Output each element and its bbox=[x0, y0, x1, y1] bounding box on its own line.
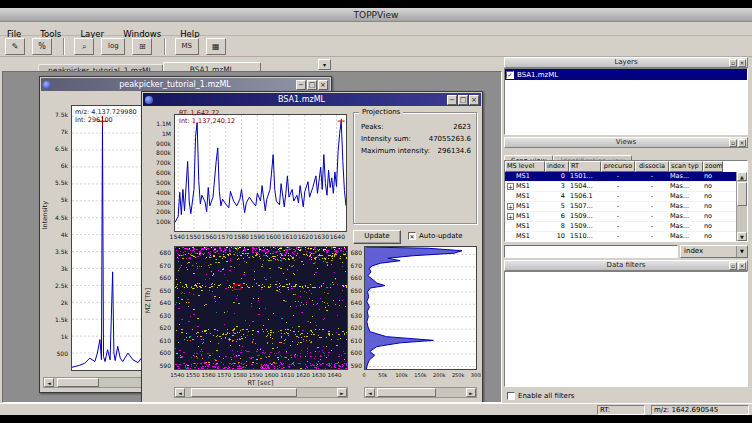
close-icon[interactable]: × bbox=[318, 80, 328, 90]
zoom-tool-icon[interactable]: ⌕ bbox=[74, 38, 94, 55]
mz-projection-plot[interactable] bbox=[364, 246, 477, 370]
bsa1-window-title: BSA1.mzML bbox=[156, 95, 447, 104]
projection-hscrollbar[interactable]: ◄ ► bbox=[364, 387, 477, 398]
views-dock: Views ▫ × Scan viewIdentification view M… bbox=[504, 137, 748, 258]
close-icon[interactable]: × bbox=[738, 262, 746, 270]
tick-label: 630 bbox=[160, 313, 171, 319]
table-cell: +MS1 bbox=[505, 192, 545, 201]
layer-label: BSA1.mzML bbox=[517, 71, 558, 79]
scan-filter-input[interactable] bbox=[504, 245, 678, 258]
scrollbar-thumb[interactable] bbox=[377, 388, 436, 397]
scrollbar-thumb[interactable] bbox=[737, 182, 747, 206]
column-header[interactable]: dissocia bbox=[635, 161, 669, 172]
table-row[interactable]: +MS181509...--Mas...no bbox=[505, 222, 736, 232]
minimize-icon[interactable]: − bbox=[296, 80, 306, 90]
table-row[interactable]: +MS131504...--Mas...no bbox=[505, 182, 736, 192]
mz-annotation: m/z: 671.75083 bbox=[179, 256, 226, 263]
window-title: TOPPView bbox=[354, 10, 399, 20]
tick-label: 5.5k bbox=[55, 180, 68, 186]
scroll-up-icon[interactable]: ▲ bbox=[737, 172, 747, 181]
float-icon[interactable]: ▫ bbox=[729, 262, 737, 270]
tick-label: 3.5k bbox=[55, 249, 68, 255]
expand-icon[interactable]: + bbox=[507, 183, 514, 190]
data-filters-dock: Data filters ▫ × Enable all filters bbox=[504, 260, 748, 403]
peakpicker-titlebar[interactable]: peakpicker_tutorial_1.mzML − □ × bbox=[41, 78, 330, 91]
scroll-right-icon[interactable]: ► bbox=[466, 388, 476, 397]
bsa1-window[interactable]: BSA1.mzML − □ × RT: 1,642.72 Int: 1,137,… bbox=[141, 91, 483, 403]
scroll-left-icon[interactable]: ◄ bbox=[175, 388, 185, 397]
heatmap-plot[interactable]: RT: 1,614.65 m/z: 671.75083 Int: 2,718.9… bbox=[174, 246, 348, 370]
column-header[interactable]: zoom bbox=[703, 161, 723, 172]
heatmap-hscrollbar[interactable]: ◄ ► bbox=[174, 387, 348, 398]
annotate-tool-icon[interactable]: ✎ bbox=[5, 38, 25, 55]
bsa1-titlebar[interactable]: BSA1.mzML − □ × bbox=[143, 93, 481, 106]
tick-label: 900k bbox=[156, 141, 171, 147]
table-row[interactable]: +MS151507...--Mas...no bbox=[505, 202, 736, 212]
scrollbar-thumb[interactable] bbox=[57, 378, 99, 387]
table-cell: no bbox=[703, 172, 723, 181]
table-vscrollbar[interactable]: ▲ ▼ bbox=[736, 172, 747, 241]
log-intensity-icon[interactable]: log bbox=[101, 38, 125, 55]
column-header[interactable]: index bbox=[545, 161, 569, 172]
filter-mode-combo[interactable]: index ▼ bbox=[680, 245, 748, 258]
layers-dock-header[interactable]: Layers ▫ × bbox=[504, 57, 748, 68]
scroll-left-icon[interactable]: ◄ bbox=[365, 388, 375, 397]
scrollbar-track[interactable] bbox=[185, 388, 337, 397]
mz-projection-chart bbox=[365, 247, 476, 369]
scroll-right-icon[interactable]: ► bbox=[337, 388, 347, 397]
column-header[interactable]: RT bbox=[569, 161, 601, 172]
update-button[interactable]: Update bbox=[353, 230, 401, 244]
toppview-icon bbox=[145, 96, 153, 104]
expand-icon[interactable]: + bbox=[507, 203, 514, 210]
tick-label: 150k bbox=[414, 372, 426, 378]
restore-icon[interactable]: □ bbox=[458, 95, 468, 105]
tick-label: 300k bbox=[471, 372, 481, 378]
intensity-annotation: Int: 2,718.98 bbox=[179, 263, 226, 270]
close-icon[interactable]: × bbox=[738, 139, 746, 147]
layer-item-bsa1[interactable]: ✓ BSA1.mzML bbox=[505, 69, 747, 80]
chromatogram-plot[interactable] bbox=[174, 114, 347, 232]
tab-list-button[interactable]: ▾ bbox=[318, 59, 331, 70]
scroll-left-icon[interactable]: ◄ bbox=[44, 378, 54, 387]
data-filters-footer: Enable all filters bbox=[504, 389, 748, 402]
restore-icon[interactable]: □ bbox=[307, 80, 317, 90]
float-icon[interactable]: ▫ bbox=[729, 59, 737, 67]
float-icon[interactable]: ▫ bbox=[729, 139, 737, 147]
tick-label: 590 bbox=[351, 363, 362, 369]
measure-tool-icon[interactable]: % bbox=[32, 38, 52, 55]
views-dock-header[interactable]: Views ▫ × bbox=[504, 137, 748, 148]
table-row[interactable]: +MS141506.1--Mas...no bbox=[505, 192, 736, 202]
minimize-icon[interactable]: − bbox=[447, 95, 457, 105]
data-filters-dock-header[interactable]: Data filters ▫ × bbox=[504, 260, 748, 271]
column-header[interactable]: scan typ bbox=[669, 161, 703, 172]
close-icon[interactable]: × bbox=[738, 59, 746, 67]
tick-label: 4.5k bbox=[55, 215, 68, 221]
tick-label: 1580 bbox=[233, 372, 247, 378]
scroll-down-icon[interactable]: ▼ bbox=[737, 232, 747, 241]
expand-icon[interactable]: + bbox=[507, 213, 514, 220]
layer-visibility-checkbox[interactable]: ✓ bbox=[506, 71, 514, 79]
spectra-view-icon[interactable]: MS bbox=[175, 38, 199, 55]
enable-all-filters-checkbox[interactable]: Enable all filters bbox=[507, 392, 574, 400]
scrollbar-thumb[interactable] bbox=[191, 388, 297, 397]
scrollbar-track[interactable] bbox=[737, 181, 747, 232]
auto-update-checkbox[interactable]: ✕ Auto-update bbox=[408, 232, 463, 240]
tick-label: 1630 bbox=[312, 372, 326, 378]
projection-view-icon[interactable]: ▦ bbox=[206, 38, 226, 55]
data-filters-list[interactable] bbox=[504, 271, 748, 387]
table-cell: +MS1 bbox=[505, 172, 545, 181]
tick-label: 1610 bbox=[282, 234, 297, 240]
toolbar-separator bbox=[63, 38, 65, 55]
scrollbar-track[interactable] bbox=[375, 388, 466, 397]
snap-to-max-icon[interactable]: ⊞ bbox=[132, 38, 152, 55]
table-row[interactable]: +MS1101510...--Mas...no bbox=[505, 232, 736, 241]
tick-label: 500k bbox=[156, 180, 171, 186]
close-icon[interactable]: × bbox=[469, 95, 479, 105]
column-header[interactable]: MS level bbox=[505, 161, 545, 172]
table-cell: Mas... bbox=[669, 222, 703, 231]
table-row[interactable]: +MS101501...--Mas...no bbox=[505, 172, 736, 182]
layers-list[interactable]: ✓ BSA1.mzML bbox=[504, 68, 748, 135]
window-titlebar[interactable]: TOPPView bbox=[0, 8, 752, 22]
table-row[interactable]: +MS161509...--Mas...no bbox=[505, 212, 736, 222]
column-header[interactable]: precurso bbox=[601, 161, 635, 172]
